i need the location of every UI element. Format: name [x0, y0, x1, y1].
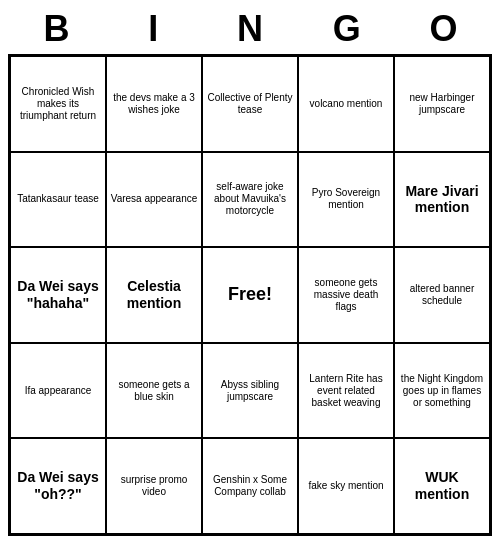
bingo-letter-o: O	[395, 8, 492, 50]
bingo-cell-r4c2: Genshin x Some Company collab	[202, 438, 298, 534]
bingo-cell-r3c4: the Night Kingdom goes up in flames or s…	[394, 343, 490, 439]
bingo-letter-n: N	[202, 8, 299, 50]
bingo-letter-i: I	[105, 8, 202, 50]
bingo-cell-r4c1: surprise promo video	[106, 438, 202, 534]
bingo-cell-r3c1: someone gets a blue skin	[106, 343, 202, 439]
bingo-cell-r4c4: WUK mention	[394, 438, 490, 534]
bingo-cell-r0c4: new Harbinger jumpscare	[394, 56, 490, 152]
bingo-cell-r0c3: volcano mention	[298, 56, 394, 152]
bingo-cell-r1c1: Varesa appearance	[106, 152, 202, 248]
bingo-cell-r3c0: Ifa appearance	[10, 343, 106, 439]
bingo-letter-b: B	[8, 8, 105, 50]
bingo-cell-r2c3: someone gets massive death flags	[298, 247, 394, 343]
bingo-cell-r2c2: Free!	[202, 247, 298, 343]
bingo-cell-r2c0: Da Wei says "hahaha"	[10, 247, 106, 343]
bingo-cell-r1c0: Tatankasaur tease	[10, 152, 106, 248]
bingo-cell-r2c4: altered banner schedule	[394, 247, 490, 343]
bingo-cell-r1c2: self-aware joke about Mavuika's motorcyc…	[202, 152, 298, 248]
bingo-cell-r2c1: Celestia mention	[106, 247, 202, 343]
bingo-title: BINGO	[8, 8, 492, 50]
bingo-cell-r1c3: Pyro Sovereign mention	[298, 152, 394, 248]
bingo-cell-r1c4: Mare Jivari mention	[394, 152, 490, 248]
bingo-cell-r3c3: Lantern Rite has event related basket we…	[298, 343, 394, 439]
bingo-cell-r4c3: fake sky mention	[298, 438, 394, 534]
bingo-cell-r0c1: the devs make a 3 wishes joke	[106, 56, 202, 152]
bingo-cell-r0c0: Chronicled Wish makes its triumphant ret…	[10, 56, 106, 152]
bingo-cell-r0c2: Collective of Plenty tease	[202, 56, 298, 152]
bingo-grid: Chronicled Wish makes its triumphant ret…	[8, 54, 492, 536]
bingo-letter-g: G	[298, 8, 395, 50]
bingo-cell-r4c0: Da Wei says "oh??"	[10, 438, 106, 534]
bingo-cell-r3c2: Abyss sibling jumpscare	[202, 343, 298, 439]
